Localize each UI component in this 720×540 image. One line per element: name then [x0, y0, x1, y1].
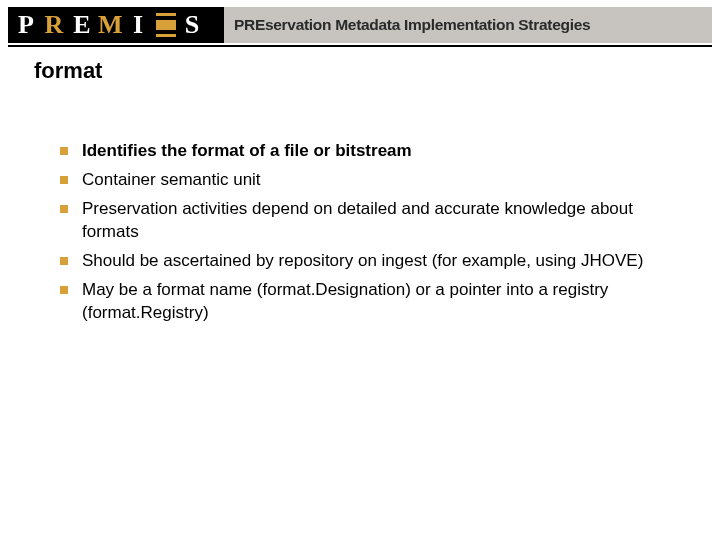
bullet-text: Identifies the format of a file or bitst… — [82, 141, 412, 160]
header-underline — [8, 45, 712, 47]
logo-letter-e: E — [70, 12, 94, 38]
slide-title: format — [34, 58, 102, 84]
bullet-item: May be a format name (format.Designation… — [60, 279, 670, 325]
header-title-bar: PREservation Metadata Implementation Str… — [224, 7, 712, 43]
bullet-item: Container semantic unit — [60, 169, 670, 192]
bullet-item: Should be ascertained by repository on i… — [60, 250, 670, 273]
bullet-text: May be a format name (format.Designation… — [82, 280, 608, 322]
bullet-item: Preservation activities depend on detail… — [60, 198, 670, 244]
logo-letter-s: S — [180, 12, 204, 38]
header-bar: P R E M I S PREservation Metadata Implem… — [8, 7, 712, 43]
bullet-text: Preservation activities depend on detail… — [82, 199, 633, 241]
premis-logo: P R E M I S — [8, 7, 224, 43]
bullet-text: Should be ascertained by repository on i… — [82, 251, 643, 270]
logo-letter-m: M — [98, 12, 122, 38]
header-title: PREservation Metadata Implementation Str… — [234, 16, 590, 34]
logo-letter-r: R — [42, 12, 66, 38]
bullet-item: Identifies the format of a file or bitst… — [60, 140, 670, 163]
bullet-list: Identifies the format of a file or bitst… — [60, 140, 670, 331]
logo-letter-p: P — [14, 12, 38, 38]
logo-bars-icon — [156, 11, 176, 39]
bullet-text: Container semantic unit — [82, 170, 261, 189]
logo-letter-i: I — [126, 12, 150, 38]
